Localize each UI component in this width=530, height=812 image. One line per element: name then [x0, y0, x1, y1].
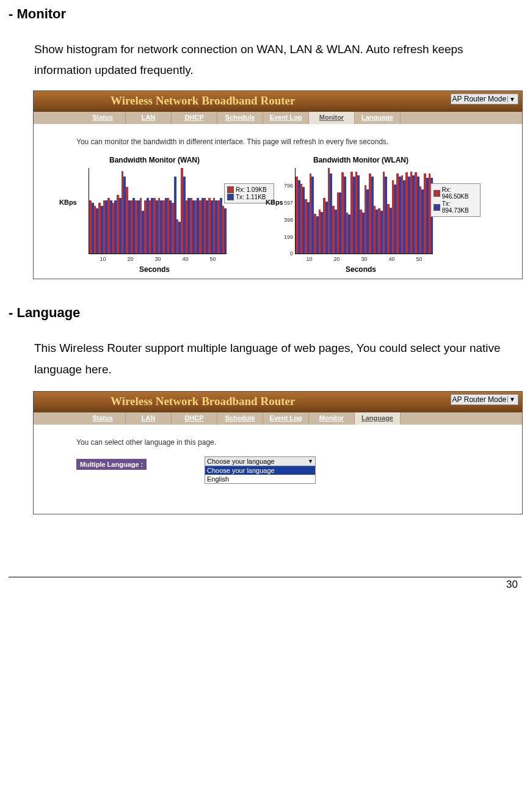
chevron-down-icon: ▼ [507, 396, 517, 403]
language-option[interactable]: English [205, 475, 315, 483]
language-option[interactable]: Choose your language [205, 466, 315, 475]
page-number: 30 [9, 577, 521, 597]
tab-event-log[interactable]: Event Log [263, 412, 309, 425]
tab-status[interactable]: Status [80, 412, 126, 425]
tab-event-log[interactable]: Event Log [263, 112, 309, 124]
tab-lan[interactable]: LAN [126, 112, 172, 124]
language-label: Multiple Language : [76, 459, 147, 470]
mode-select-value: AP Router Mode [452, 95, 507, 103]
chart-wlan-xlabel: Seconds [289, 265, 433, 274]
tab-language[interactable]: Language [355, 112, 401, 124]
chart-wan-title: Bandwidth Monitor (WAN) [82, 156, 227, 164]
tab-monitor[interactable]: Monitor [309, 112, 355, 124]
chevron-down-icon: ▼ [507, 96, 517, 103]
legend-rx: Rx: 946.50KB [442, 186, 477, 200]
legend-tx: Tx: 894.73KB [442, 200, 477, 214]
screenshot-language: Wireless Network Broadband Router AP Rou… [33, 391, 523, 514]
tab-bar: StatusLANDHCPScheduleEvent LogMonitorLan… [34, 412, 522, 425]
tab-dhcp[interactable]: DHCP [172, 112, 217, 124]
tab-lan[interactable]: LAN [126, 412, 172, 425]
heading-language: - Language [9, 305, 521, 321]
chart-wlan: Bandwidth Monitor (WLAN) KBps 7965973981… [289, 156, 433, 274]
para-monitor: Show histogram for network connection on… [34, 39, 521, 81]
tab-status[interactable]: Status [80, 112, 126, 124]
router-banner: Wireless Network Broadband Router AP Rou… [34, 91, 522, 112]
chart-wan-ylabel: KBps [59, 199, 77, 206]
screenshot-monitor: Wireless Network Broadband Router AP Rou… [33, 90, 523, 279]
chart-wan: Bandwidth Monitor (WAN) KBps 1020304050 … [82, 156, 227, 274]
heading-monitor: - Monitor [9, 6, 521, 22]
router-title: Wireless Network Broadband Router [111, 395, 295, 408]
language-select[interactable]: Choose your language ▼ Choose your langu… [205, 456, 316, 484]
mode-select-value: AP Router Mode [452, 395, 507, 404]
legend-rx: Rx: 1.09KB [236, 186, 267, 193]
tab-schedule[interactable]: Schedule [217, 412, 263, 425]
tab-monitor[interactable]: Monitor [309, 412, 355, 425]
monitor-intro: You can monitor the bandwidth in differe… [76, 137, 516, 146]
tab-schedule[interactable]: Schedule [217, 112, 263, 124]
chart-wlan-legend: Rx: 946.50KB Tx: 894.73KB [430, 183, 481, 217]
chart-wan-xlabel: Seconds [82, 265, 227, 274]
router-title: Wireless Network Broadband Router [111, 94, 295, 108]
legend-tx: Tx: 1.11KB [236, 194, 266, 200]
para-language: This Wireless Router support multiple la… [34, 338, 521, 379]
tab-language[interactable]: Language [355, 412, 401, 425]
language-intro: You can select other language in this pa… [76, 438, 516, 447]
chart-wlan-title: Bandwidth Monitor (WLAN) [289, 156, 433, 164]
router-banner: Wireless Network Broadband Router AP Rou… [34, 392, 522, 412]
mode-select[interactable]: AP Router Mode ▼ [451, 394, 518, 405]
chevron-down-icon: ▼ [308, 458, 313, 464]
language-select-value: Choose your language [207, 458, 275, 465]
mode-select[interactable]: AP Router Mode ▼ [451, 93, 518, 104]
tab-dhcp[interactable]: DHCP [172, 412, 217, 425]
tab-bar: StatusLANDHCPScheduleEvent LogMonitorLan… [34, 112, 522, 124]
